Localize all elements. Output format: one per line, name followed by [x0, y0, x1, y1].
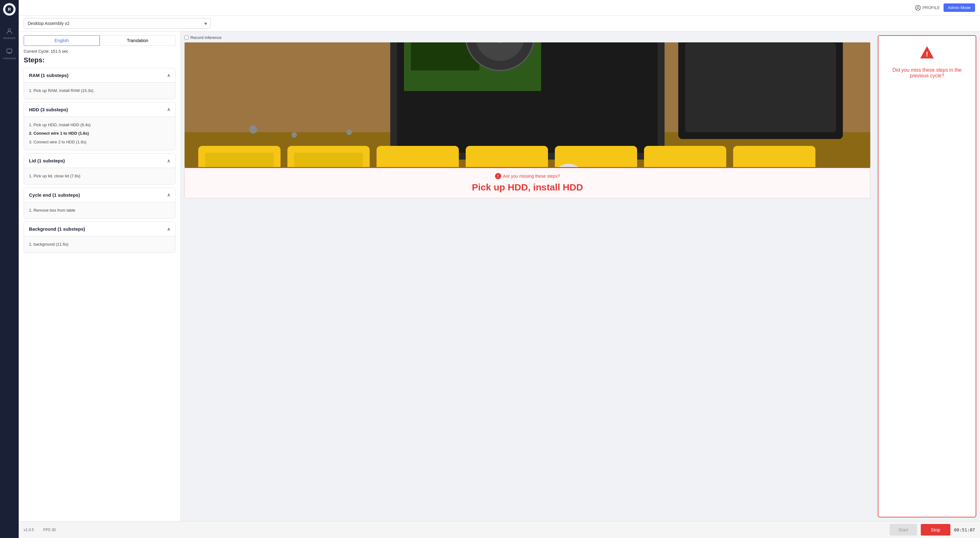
sidebar-nav: WORKER TRAINING: [3, 25, 16, 62]
svg-text:R: R: [8, 7, 11, 12]
sidebar-item-training[interactable]: TRAINING: [3, 45, 16, 62]
record-inference-checkbox[interactable]: [185, 35, 189, 40]
step-group-background-content: 1. background (11.6s): [24, 236, 175, 253]
sidebar-item-training-label: TRAINING: [3, 57, 16, 60]
bottom-right: Start Stop 00:51:07: [889, 524, 975, 535]
sidebar-item-worker[interactable]: WORKER: [3, 25, 16, 42]
steps-title: Steps:: [24, 56, 175, 64]
missing-steps-alert: ! Are you missing these steps? Pick up H…: [185, 167, 870, 198]
record-inference-label: Record Inference: [191, 35, 222, 40]
step-group-lid-content: 1. Pick up lid, close lid (7.6s): [24, 168, 175, 184]
video-scene: [185, 42, 870, 167]
warning-triangle-icon: !: [919, 45, 935, 62]
stop-button[interactable]: Stop: [921, 524, 950, 535]
start-button: Start: [889, 524, 917, 535]
topbar: PROFILE Admin Mode: [19, 0, 980, 16]
tab-english[interactable]: English: [24, 35, 100, 46]
steps-list: RAM (1 substeps) ∧ 1. Pick up RAM, insta…: [19, 68, 180, 521]
step-cycle-end-1: 1. Remove box from table: [29, 206, 170, 215]
missed-steps-question: Did you miss these steps in the previous…: [885, 67, 969, 78]
svg-rect-24: [644, 146, 726, 167]
step-group-hdd: HDD (3 substeps) ∧ 1. Pick up HDD, insta…: [24, 102, 175, 151]
chevron-up-icon: ∧: [167, 73, 170, 78]
bottom-bar: v1.0.5 FPS 30 Start Stop 00:51:07: [19, 521, 980, 538]
project-dropdown-wrapper: Desktop Assembly v2 Desktop Assembly v1 …: [24, 18, 211, 29]
step-group-ram-header[interactable]: RAM (1 substeps) ∧: [24, 68, 175, 82]
version-label: v1.0.5: [24, 528, 34, 532]
current-cycle: Current Cycle: 151.5 sec: [24, 49, 175, 54]
step-group-hdd-content: 1. Pick up HDD, install HDD (9.4s) 2. Co…: [24, 116, 175, 150]
missing-steps-header: ! Are you missing these steps?: [190, 173, 865, 179]
step-group-hdd-title: HDD (3 substeps): [29, 107, 68, 112]
dropdown-container: Desktop Assembly v2 Desktop Assembly v1 …: [19, 16, 980, 32]
profile-label: PROFILE: [922, 5, 940, 10]
svg-rect-22: [466, 146, 548, 167]
svg-rect-27: [294, 153, 363, 167]
step-group-cycle-end-header[interactable]: Cycle end (1 substeps) ∧: [24, 188, 175, 202]
step-hdd-3: 3. Connect wire 2 to HDD (1.6s): [29, 138, 170, 146]
record-inference-row: Record Inference: [185, 35, 870, 40]
admin-mode-button[interactable]: Admin Mode: [943, 3, 975, 12]
chevron-up-icon-cycle: ∧: [167, 192, 170, 197]
profile-button[interactable]: PROFILE: [915, 5, 940, 11]
step-hdd-1: 1. Pick up HDD, install HDD (9.4s): [29, 121, 170, 129]
chevron-up-icon-bg: ∧: [167, 227, 170, 232]
svg-point-31: [249, 125, 257, 134]
step-group-background: Background (1 substeps) ∧ 1. background …: [24, 221, 175, 253]
missing-steps-header-text: Are you missing these steps?: [503, 173, 560, 178]
video-container: [185, 42, 870, 167]
step-group-cycle-end-content: 1. Remove box from table: [24, 202, 175, 218]
svg-rect-29: [685, 43, 836, 132]
current-cycle-label: Current Cycle:: [24, 49, 49, 54]
svg-rect-3: [7, 49, 12, 53]
svg-rect-26: [205, 153, 274, 167]
video-svg: [185, 42, 870, 167]
svg-rect-21: [377, 146, 459, 167]
svg-point-32: [291, 132, 297, 138]
timer-display: 00:51:07: [954, 527, 975, 532]
step-group-ram-content: 1. Pick up RAM, install RAM (15.3s): [24, 82, 175, 99]
sidebar-item-worker-label: WORKER: [3, 37, 15, 40]
step-group-lid-title: Lid (1 substeps): [29, 158, 65, 163]
step-ram-1: 1. Pick up RAM, install RAM (15.3s): [29, 86, 170, 95]
chevron-up-icon-hdd: ∧: [167, 107, 170, 112]
right-panel: ! Did you miss these steps in the previo…: [874, 32, 980, 521]
current-cycle-value: 151.5 sec: [51, 49, 68, 54]
content-area: English Translation Current Cycle: 151.5…: [19, 32, 980, 521]
chevron-up-icon-lid: ∧: [167, 158, 170, 163]
svg-point-33: [346, 129, 352, 135]
step-group-lid-header[interactable]: Lid (1 substeps) ∧: [24, 154, 175, 168]
missed-steps-card: ! Did you miss these steps in the previo…: [878, 35, 976, 517]
language-tabs: English Translation: [24, 35, 175, 46]
worker-icon: [6, 27, 13, 36]
tab-translation[interactable]: Translation: [100, 35, 176, 46]
fps-label: FPS 30: [43, 528, 56, 532]
main-content: PROFILE Admin Mode Desktop Assembly v2 D…: [19, 0, 980, 538]
project-dropdown[interactable]: Desktop Assembly v2 Desktop Assembly v1: [24, 18, 211, 29]
svg-rect-25: [733, 146, 815, 167]
step-group-background-title: Background (1 substeps): [29, 226, 85, 232]
center-panel: Record Inference: [181, 32, 874, 521]
svg-text:!: !: [926, 50, 928, 58]
topbar-right: PROFILE Admin Mode: [915, 3, 975, 12]
left-panel: English Translation Current Cycle: 151.5…: [19, 32, 181, 521]
app-logo: R: [3, 3, 16, 16]
bottom-left: v1.0.5 FPS 30: [24, 528, 56, 532]
svg-point-5: [917, 6, 919, 8]
alert-icon: !: [495, 173, 501, 179]
step-group-background-header[interactable]: Background (1 substeps) ∧: [24, 222, 175, 236]
sidebar: R WORKER TRAINING: [0, 0, 19, 538]
step-group-lid: Lid (1 substeps) ∧ 1. Pick up lid, close…: [24, 153, 175, 185]
step-group-ram-title: RAM (1 substeps): [29, 73, 68, 78]
step-group-ram: RAM (1 substeps) ∧ 1. Pick up RAM, insta…: [24, 68, 175, 99]
missing-steps-step: Pick up HDD, install HDD: [190, 182, 865, 193]
step-background-1: 1. background (11.6s): [29, 240, 170, 249]
svg-point-2: [8, 29, 11, 31]
step-group-cycle-end: Cycle end (1 substeps) ∧ 1. Remove box f…: [24, 188, 175, 219]
step-hdd-2: 2. Connect wire 1 to HDD (1.6s): [29, 129, 170, 138]
left-panel-header: English Translation Current Cycle: 151.5…: [19, 32, 180, 68]
step-lid-1: 1. Pick up lid, close lid (7.6s): [29, 172, 170, 180]
step-group-cycle-end-title: Cycle end (1 substeps): [29, 192, 80, 197]
training-icon: [6, 48, 13, 56]
step-group-hdd-header[interactable]: HDD (3 substeps) ∧: [24, 103, 175, 116]
